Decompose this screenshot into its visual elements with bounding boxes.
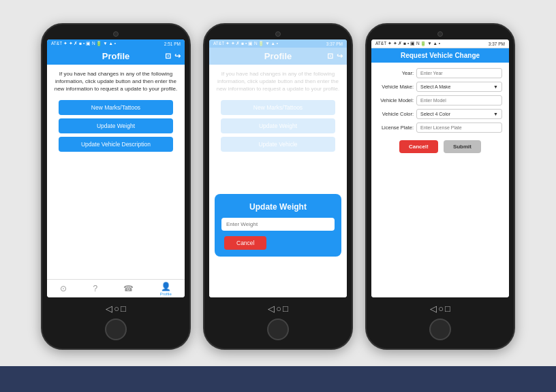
profile-description-1: If you have had changes in any of the fo… [52,70,179,93]
status-bar-1: AT&T ✦ ✦ ✗ ■ ▪ ▣ N 🔋 ▼ ▲ ▪ 2:51 PM [47,39,185,48]
vehicle-form: Year: Vehicle Make: Select A Make ▼ Vehi… [371,63,509,297]
plate-label: License Plate: [378,125,414,131]
profile-tab-icon: 👤 [161,282,171,291]
form-cancel-button[interactable]: Cancel! [399,140,438,153]
plate-row: License Plate: [378,122,502,133]
make-select[interactable]: Select A Make ▼ [416,82,502,92]
help-tab-icon: ? [93,284,97,293]
year-input[interactable] [416,68,502,78]
home-button-3[interactable] [429,318,451,340]
form-actions: Cancel! Submit [378,140,502,153]
phone-1-screen: AT&T ✦ ✦ ✗ ■ ▪ ▣ N 🔋 ▼ ▲ ▪ 2:51 PM Profi… [47,39,185,297]
phone-home-area-1: ◁ ○ □ [105,297,127,342]
weight-input[interactable] [221,218,335,231]
color-select-text: Select 4 Color [420,112,450,116]
header-icon-bookmark[interactable]: ⊡ [165,52,171,61]
year-row: Year: [378,68,502,78]
home-button-1[interactable] [105,318,127,340]
vehicle-header: Request Vehicle Change [371,48,509,63]
bottom-bar [0,366,556,392]
status-left-3: AT&T ✦ ✦ ✗ ■ ▪ ▣ N 🔋 ▼ ▲ ▪ [375,41,440,46]
update-vehicle-button[interactable]: Update Vehicle Description [59,137,172,152]
make-dropdown-icon: ▼ [493,84,498,89]
home-nav-2[interactable]: ○ [276,304,281,314]
phone-home-area-3: ◁ ○ □ [429,297,451,342]
phone-3: AT&T ✦ ✦ ✗ ■ ▪ ▣ N 🔋 ▼ ▲ ▪ 3:37 PM Reque… [365,23,515,350]
phone-nav-1: ◁ ○ □ [105,301,127,316]
phone2-dimmed-overlay [209,39,347,297]
tab-item-profile[interactable]: 👤 Profile [160,282,172,296]
profile-title-1: Profile [102,51,129,61]
dialog-cancel-button[interactable]: Cancel [224,236,266,250]
color-label: Vehicle Color: [378,111,414,117]
recents-nav-3[interactable]: □ [445,304,450,314]
model-row: Vehicle Model: [378,95,502,105]
form-submit-button[interactable]: Submit [444,140,481,153]
make-label: Vehicle Make: [378,84,414,90]
call-tab-icon: ☎ [123,284,134,293]
phones-container: AT&T ✦ ✦ ✗ ■ ▪ ▣ N 🔋 ▼ ▲ ▪ 2:51 PM Profi… [34,0,522,366]
home-nav-3[interactable]: ○ [438,304,444,314]
back-nav-3[interactable]: ◁ [430,304,437,314]
vehicle-title: Request Vehicle Change [401,52,480,59]
phone-nav-3: ◁ ○ □ [429,301,451,316]
plate-input[interactable] [416,122,502,133]
recents-nav-1[interactable]: □ [121,304,126,314]
status-time-3: 3:37 PM [489,42,505,46]
model-input[interactable] [416,95,502,105]
profile-tab-label: Profile [160,292,172,296]
update-weight-dialog: Update Weight Cancel [215,194,341,257]
home-tab-icon: ⊙ [60,284,67,293]
phone-home-area-2: ◁ ○ □ [267,297,289,342]
status-bar-3: AT&T ✦ ✦ ✗ ■ ▪ ▣ N 🔋 ▼ ▲ ▪ 3:37 PM [371,39,509,48]
back-nav-2[interactable]: ◁ [268,304,275,314]
back-nav-1[interactable]: ◁ [106,304,112,314]
tab-item-help[interactable]: ? [93,284,97,294]
phone-2-screen: AT&T ✦ ✦ ✗ ■ ▪ ▣ N 🔋 ▼ ▲ ▪ 3:37 PM Profi… [209,39,347,297]
model-label: Vehicle Model: [378,97,414,103]
tab-item-call[interactable]: ☎ [123,284,134,294]
home-button-2[interactable] [267,318,289,340]
bottom-tab-bar-1: ⊙ ? ☎ 👤 Profile [47,279,185,297]
color-row: Vehicle Color: Select 4 Color ▼ [378,109,502,119]
status-left-1: AT&T ✦ ✦ ✗ ■ ▪ ▣ N 🔋 ▼ ▲ ▪ [51,41,116,46]
profile-header-1: Profile ⊡ ↪ [47,48,185,65]
profile-body-1: If you have had changes in any of the fo… [47,65,185,279]
home-nav-1[interactable]: ○ [114,304,119,314]
color-select[interactable]: Select 4 Color ▼ [416,109,502,119]
new-marks-tattoos-button[interactable]: New Marks/Tattoos [59,100,172,115]
year-label: Year: [378,70,414,76]
phone-nav-2: ◁ ○ □ [267,301,289,316]
phone-1: AT&T ✦ ✦ ✗ ■ ▪ ▣ N 🔋 ▼ ▲ ▪ 2:51 PM Profi… [41,23,191,350]
phone-camera-3 [437,31,443,37]
make-select-text: Select A Make [420,84,450,89]
recents-nav-2[interactable]: □ [283,304,288,314]
header-icons-1: ⊡ ↪ [165,52,181,61]
header-icon-arrow[interactable]: ↪ [174,52,181,61]
update-weight-button[interactable]: Update Weight [59,118,172,133]
phone-3-screen: AT&T ✦ ✦ ✗ ■ ▪ ▣ N 🔋 ▼ ▲ ▪ 3:37 PM Reque… [371,39,509,297]
make-row: Vehicle Make: Select A Make ▼ [378,82,502,92]
phone-camera-2 [275,31,281,37]
color-dropdown-icon: ▼ [493,112,498,116]
phone-camera-1 [113,31,119,37]
dialog-title: Update Weight [249,202,307,212]
status-time-1: 2:51 PM [164,42,181,46]
tab-item-home[interactable]: ⊙ [60,284,67,294]
phone-2: AT&T ✦ ✦ ✗ ■ ▪ ▣ N 🔋 ▼ ▲ ▪ 3:37 PM Profi… [203,23,353,350]
